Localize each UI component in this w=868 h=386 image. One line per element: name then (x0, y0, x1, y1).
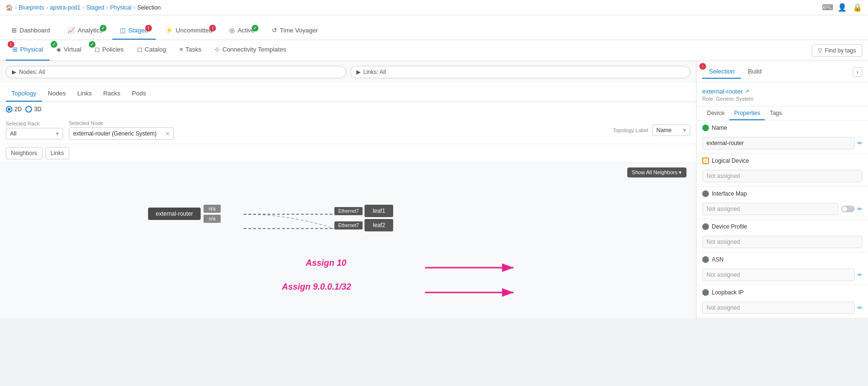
assign10-annotation: Assign 10 (306, 258, 346, 268)
rack-caret-icon: ▾ (56, 130, 59, 137)
subnav-links[interactable]: Links (72, 87, 97, 102)
sec-tab-tasks[interactable]: ≡ Tasks (173, 40, 208, 61)
panel-badge: ! (699, 63, 706, 70)
panel-header: ! Selection Build › (697, 61, 868, 83)
node-ports: n/a n/a (204, 205, 221, 223)
leaf2-eth-box[interactable]: Ethernet7 (334, 221, 363, 230)
device-profile-value: Not assigned (702, 236, 862, 248)
topology-label-select[interactable]: Name ▾ (652, 125, 690, 136)
clear-node-icon[interactable]: × (166, 130, 170, 137)
analytics-icon: 📈 (67, 27, 75, 34)
action-buttons-row: Neighbors Links (0, 144, 696, 163)
port-2[interactable]: n/a (204, 215, 221, 223)
view-3d[interactable]: 3D (25, 106, 41, 113)
lock-icon[interactable]: 🔒 (853, 3, 862, 12)
prop-section-interface-map: Interface Map Not assigned ✏ (697, 187, 868, 219)
topo-caret-icon: ▾ (683, 127, 686, 134)
tab-uncommitted[interactable]: ⚡ Uncommitted ! (158, 23, 220, 40)
topology-label-group: Topology Label Name ▾ (613, 125, 690, 136)
props-tab-device[interactable]: Device (702, 107, 729, 120)
interface-map-value: Not assigned (702, 203, 838, 215)
asn-edit-icon[interactable]: ✏ (857, 271, 862, 278)
tab-analytics[interactable]: 📈 Analytics ✓ (60, 23, 110, 40)
panel-tab-selection[interactable]: Selection (702, 65, 741, 79)
leaf1-label[interactable]: leaf1 (364, 205, 393, 217)
breadcrumb: 🏠 › Blueprints › apstra-pod1 › Staged › … (6, 4, 161, 11)
home-icon[interactable]: 🏠 (6, 4, 13, 11)
sec-tab-catalog[interactable]: ◻ Catalog (130, 40, 173, 61)
breadcrumb-blueprints[interactable]: Blueprints (19, 4, 44, 11)
tab-active[interactable]: ◎ Active ✓ (222, 23, 262, 40)
interface-map-edit-icon[interactable]: ✏ (857, 206, 862, 212)
breadcrumb-staged[interactable]: Staged (86, 4, 104, 11)
props-tabs: Device Properties Tags (697, 107, 868, 121)
external-link-icon[interactable]: ↗ (745, 88, 749, 94)
top-icons: ⌨ 👤 🔒 (822, 3, 862, 12)
neighbors-button[interactable]: Neighbors (6, 147, 43, 159)
subnav-nodes[interactable]: Nodes (42, 87, 72, 102)
sec-tab-policies[interactable]: ✓ ◻ Policies (88, 40, 130, 61)
leaf1-eth-box[interactable]: Ethernet7 (334, 207, 363, 215)
selected-rack-select[interactable]: All ▾ (6, 128, 63, 139)
subnav-topology[interactable]: Topology (6, 87, 42, 102)
prop-loopback-ip-header: Loopback IP (697, 285, 868, 300)
leaf2-label[interactable]: leaf2 (364, 219, 393, 231)
radio-2d (6, 106, 12, 113)
policies-badge: ✓ (89, 41, 96, 48)
panel-collapse-button[interactable]: › (853, 67, 862, 77)
interface-map-toggle[interactable] (841, 206, 855, 212)
selected-node-label: Selected Node (69, 120, 174, 126)
port-1[interactable]: n/a (204, 205, 221, 213)
panel-tab-build[interactable]: Build (741, 65, 768, 79)
props-tab-tags[interactable]: Tags (765, 107, 786, 120)
sec-tab-virtual[interactable]: ✓ ◈ Virtual (50, 40, 88, 61)
source-node: external-router n/a n/a (148, 205, 221, 223)
name-value: external-router (702, 137, 855, 149)
tab-time-voyager[interactable]: ↺ Time Voyager (264, 23, 326, 40)
view-2d[interactable]: 2D (6, 106, 21, 113)
prop-section-asn: ASN Not assigned ✏ (697, 252, 868, 285)
users-icon[interactable]: 👤 (837, 3, 847, 12)
view-toggle-row: 2D 3D (0, 102, 696, 116)
device-profile-field: Not assigned (697, 234, 868, 252)
links-filter[interactable]: ▶ Links: All (350, 66, 691, 78)
loopback-ip-field: Not assigned ✏ (697, 300, 868, 318)
leaf1-connection: Ethernet7 leaf1 (334, 205, 393, 217)
nodes-filter[interactable]: ▶ Nodes: All (6, 66, 346, 78)
logical-device-value[interactable]: Not assigned (702, 170, 862, 182)
terminal-icon[interactable]: ⌨ (822, 3, 832, 12)
leaf2-connection: Ethernet7 leaf2 (334, 219, 393, 231)
filter-row: ▶ Nodes: All ▶ Links: All (0, 61, 696, 83)
topology-svg (0, 163, 696, 318)
sec-tab-physical[interactable]: ! ⊞ Physical (6, 40, 50, 61)
prop-section-logical-device: ! Logical Device Not assigned (697, 154, 868, 187)
breadcrumb-pod[interactable]: apstra-pod1 (50, 4, 80, 11)
links-button[interactable]: Links (45, 147, 69, 159)
prop-interface-map-header: Interface Map (697, 187, 868, 201)
device-name: external-router ↗ (702, 88, 862, 95)
selected-rack-label: Selected Rack (6, 121, 63, 126)
interface-map-status-dot (702, 190, 709, 197)
tab-staged[interactable]: ◫ Staged ! (112, 23, 156, 40)
connectivity-icon: ⊹ (214, 46, 220, 53)
topology-area: Show All Neighbors ▾ external-router n/a… (0, 163, 696, 318)
selected-node-input[interactable]: external-router (Generic System) × (69, 127, 174, 140)
breadcrumb-physical[interactable]: Physical (110, 4, 131, 11)
uncommitted-badge: ! (209, 25, 216, 31)
find-tags-button[interactable]: ▽ Find by tags (812, 44, 862, 57)
name-edit-icon[interactable]: ✏ (857, 140, 862, 146)
subnav-racks[interactable]: Racks (97, 87, 126, 102)
assign-ip-annotation: Assign 9.0.0.1/32 (282, 282, 351, 292)
tab-dashboard[interactable]: ⊞ Dashboard (4, 23, 58, 40)
sec-tab-connectivity[interactable]: ⊹ Connectivity Templates (208, 40, 292, 61)
arrow-assign-ip (425, 285, 521, 300)
sub-nav: Topology Nodes Links Racks Pods (0, 83, 696, 102)
staged-badge: ! (145, 25, 152, 31)
loopback-ip-edit-icon[interactable]: ✏ (857, 304, 862, 311)
links-arrow: ▶ (356, 69, 361, 75)
props-tab-properties[interactable]: Properties (729, 107, 765, 120)
loopback-ip-status-dot (702, 289, 709, 296)
sec-tab-list: ! ⊞ Physical ✓ ◈ Virtual ✓ ◻ Policies ◻ … (6, 40, 293, 61)
subnav-pods[interactable]: Pods (126, 87, 152, 102)
arrow-assign10 (425, 261, 521, 275)
